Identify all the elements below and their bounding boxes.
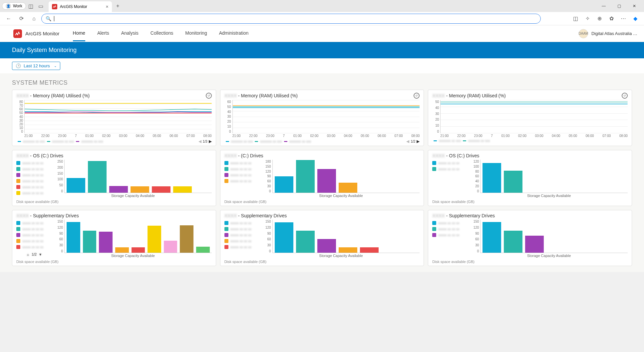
address-bar-row: ← ⟳ ⌂ 🔍 ◫ ✧ ⊕ ✿ ⋯ ◆ — [0, 12, 644, 25]
time-range-label: Last 12 hours — [24, 63, 50, 68]
card-footer: Disk space available (GB) — [224, 200, 420, 204]
pager-prev-icon[interactable]: ◀ — [198, 139, 201, 144]
nav-tab-home[interactable]: Home — [73, 26, 85, 41]
bar[interactable] — [115, 247, 129, 253]
window-maximize-button[interactable]: ▢ — [611, 0, 627, 12]
account-avatar[interactable]: DAAM — [579, 29, 588, 38]
address-bar[interactable]: 🔍 — [41, 14, 541, 24]
disk-chart-card: XXXX - OS (C:) Drives xxxxx xx xx xxxxxx… — [428, 150, 632, 206]
bar[interactable] — [109, 186, 128, 193]
bar[interactable] — [275, 176, 293, 193]
bar[interactable] — [275, 222, 293, 253]
legend-pager: ▲1/2▼ — [26, 252, 53, 256]
favorites-icon[interactable]: ✧ — [582, 13, 593, 24]
chart-x-label: Storage Capacity Available — [262, 254, 420, 258]
bar[interactable] — [180, 225, 193, 253]
pager-next-icon[interactable]: ▶ — [417, 139, 420, 144]
workspaces-icon[interactable]: ◫ — [26, 1, 36, 11]
chart-x-axis: 21:0022:0023:00701:0002:0003:0004:0005:0… — [16, 134, 212, 138]
bar[interactable] — [317, 169, 336, 193]
extensions-icon[interactable]: ✿ — [606, 13, 617, 24]
chart-plot[interactable] — [480, 220, 628, 253]
chart-x-axis: 21:0022:0023:00701:0002:0003:0004:0005:0… — [432, 134, 628, 138]
nav-tab-alerts[interactable]: Alerts — [97, 26, 109, 41]
nav-back-button[interactable]: ← — [3, 13, 14, 24]
chart-x-label: Storage Capacity Available — [470, 194, 628, 198]
chart-plot[interactable] — [480, 160, 628, 193]
bar[interactable] — [132, 247, 145, 253]
legend-pager: ◀1/2▶ — [406, 139, 420, 144]
chart-y-axis: 1501209060300 — [470, 220, 480, 253]
bar[interactable] — [152, 186, 170, 193]
card-history-icon[interactable]: ↺ — [414, 93, 420, 99]
pager-next-icon[interactable]: ▶ — [209, 139, 212, 144]
bar[interactable] — [360, 247, 379, 253]
chart-plot[interactable] — [440, 100, 628, 133]
chart-y-axis: 1501209060300 — [54, 220, 64, 253]
tab-actions-icon[interactable]: ▭ — [36, 1, 46, 11]
bar[interactable] — [99, 232, 113, 253]
window-minimize-button[interactable]: — — [596, 0, 611, 12]
bar[interactable] — [296, 231, 315, 253]
bar[interactable] — [131, 186, 149, 193]
tab-favicon-icon — [52, 4, 57, 9]
chart-plot[interactable] — [24, 100, 212, 133]
bar[interactable] — [83, 231, 97, 253]
bar[interactable] — [196, 247, 210, 253]
nav-refresh-button[interactable]: ⟳ — [16, 13, 27, 24]
bar[interactable] — [483, 163, 501, 193]
split-screen-icon[interactable]: ◫ — [570, 13, 581, 24]
bar[interactable] — [483, 222, 501, 253]
nav-tab-analysis[interactable]: Analysis — [121, 26, 139, 41]
bar[interactable] — [525, 236, 544, 253]
bar[interactable] — [504, 231, 522, 253]
bar[interactable] — [88, 161, 107, 193]
time-range-selector[interactable]: 🕒 Last 12 hours ⌄ — [12, 62, 60, 70]
card-footer: Disk space available (GB) — [432, 260, 628, 264]
bar[interactable] — [339, 247, 357, 253]
menu-icon[interactable]: ⋯ — [618, 13, 629, 24]
chart-plot[interactable] — [272, 220, 420, 253]
bar[interactable] — [339, 183, 357, 193]
section-title: SYSTEM METRICS — [12, 79, 632, 86]
chart-plot[interactable] — [64, 160, 212, 193]
bar[interactable] — [148, 226, 161, 253]
tab-close-icon[interactable]: × — [106, 4, 109, 9]
chart-legend: xxxxxxx xx xxxxxxxxxx xx xxxxxxxxxx xx x… — [16, 139, 212, 144]
browser-tab[interactable]: ArcGIS Monitor × — [49, 1, 112, 12]
chart-legend: xxxxxxx xx xxxxxxxxxx xx xxx — [432, 139, 628, 143]
card-history-icon[interactable]: ↺ — [206, 93, 212, 99]
bar[interactable] — [296, 160, 315, 193]
new-tab-button[interactable]: + — [113, 1, 123, 11]
account-name[interactable]: Digital Atlas Australia … — [591, 31, 637, 36]
disk-chart-card: XXXX - Supplementary Drives xxxxx xx xx … — [428, 210, 632, 266]
nav-tab-collections[interactable]: Collections — [151, 26, 173, 41]
chart-plot[interactable] — [272, 160, 420, 193]
bar[interactable] — [504, 171, 522, 193]
pager-prev-icon[interactable]: ◀ — [406, 139, 409, 144]
bar-legend: xxxxx xx xx xxxxxxx xx xx xxxxxxx xx xx … — [224, 220, 261, 258]
bar[interactable] — [67, 178, 85, 193]
card-history-icon[interactable]: ↺ — [622, 93, 628, 99]
window-close-button[interactable]: ✕ — [627, 0, 642, 12]
bar[interactable] — [173, 186, 192, 193]
nav-tab-monitoring[interactable]: Monitoring — [185, 26, 207, 41]
bar[interactable] — [164, 241, 177, 253]
chart-legend: xxxxxxx xx xxxxxxxxxx xx xxxxxxxxxx xx x… — [224, 139, 420, 144]
bar-legend: xxxxx xx xx xxxxxxx xx xx xxxxxxx xx xx … — [432, 220, 469, 258]
tab-title: ArcGIS Monitor — [60, 4, 87, 9]
bar[interactable] — [67, 222, 80, 253]
collections-icon[interactable]: ⊕ — [594, 13, 605, 24]
pager-prev-icon[interactable]: ▲ — [26, 253, 30, 256]
bar[interactable] — [317, 239, 336, 253]
card-footer: Disk space available (GB) — [16, 260, 212, 264]
chart-plot[interactable] — [232, 100, 420, 133]
copilot-icon[interactable]: ◆ — [630, 13, 641, 24]
chart-y-axis: 6050403020100 — [224, 100, 232, 133]
app-title: ArcGIS Monitor — [25, 31, 60, 36]
pager-next-icon[interactable]: ▼ — [39, 253, 42, 256]
profile-pill[interactable]: 👤 Work — [2, 2, 26, 10]
chart-plot[interactable] — [64, 220, 212, 253]
nav-home-button[interactable]: ⌂ — [29, 13, 39, 24]
nav-tab-administration[interactable]: Administration — [219, 26, 249, 41]
